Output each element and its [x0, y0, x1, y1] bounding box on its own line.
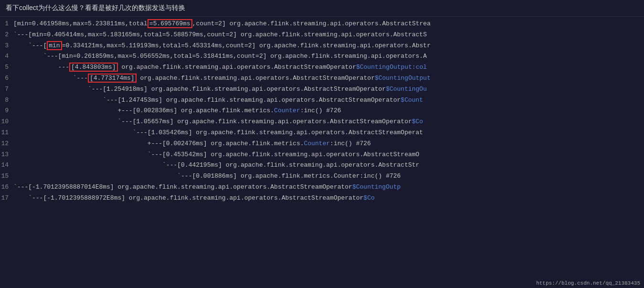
line-content: `---[min=0.334121ms,max=5.119193ms,total… — [13, 41, 644, 51]
table-row: 7 `---[1.254918ms] org.apache.flink.stre… — [0, 84, 644, 95]
line-content: `---[-1.70123958887014E8ms] org.apache.f… — [13, 182, 644, 192]
line-content: `---[1.247453ms] org.apache.flink.stream… — [13, 96, 644, 106]
table-row: 15 `---[0.001886ms] org.apache.flink.met… — [0, 171, 644, 182]
line-content: [min=0.461958ms,max=5.233811ms,total=5.6… — [13, 19, 644, 29]
line-content: `---[0.001886ms] org.apache.flink.metric… — [13, 171, 644, 181]
line-number: 17 — [0, 193, 13, 203]
table-row: 3 `---[min=0.334121ms,max=5.119193ms,tot… — [0, 41, 644, 52]
url-text: https://blog.csdn.net/qq_21383435 — [536, 280, 640, 286]
line-content: `---[4.773174ms] org.apache.flink.stream… — [13, 74, 644, 84]
table-row: 17 `---[-1.7012395888972E8ms] org.apache… — [0, 193, 644, 204]
line-number: 3 — [0, 41, 13, 51]
line-number: 7 — [0, 85, 13, 95]
table-row: 6 `---[4.773174ms] org.apache.flink.stre… — [0, 73, 644, 84]
line-number: 13 — [0, 150, 13, 160]
line-number: 2 — [0, 30, 13, 40]
line-number: 15 — [0, 171, 13, 181]
table-row: 16 `---[-1.70123958887014E8ms] org.apach… — [0, 182, 644, 193]
line-content: +---[0.002836ms] org.apache.flink.metric… — [13, 106, 644, 116]
header-text: 看下collect为什么这么慢？看看是被好几次的数据发送与转换 — [6, 4, 185, 11]
line-content: `---[1.254918ms] org.apache.flink.stream… — [13, 85, 644, 95]
line-content: `---[min=0.405414ms,max=5.183165ms,total… — [13, 30, 644, 40]
table-row: 2 `---[min=0.405414ms,max=5.183165ms,tot… — [0, 30, 644, 41]
table-row: 4 `---[min=0.261859ms,max=5.056552ms,tot… — [0, 51, 644, 62]
line-number: 14 — [0, 160, 13, 171]
table-row: 8 `---[1.247453ms] org.apache.flink.stre… — [0, 95, 644, 106]
table-row: 5 ---[4.843803ms] org.apache.flink.strea… — [0, 62, 644, 73]
line-number: 12 — [0, 139, 13, 149]
line-number: 9 — [0, 106, 13, 116]
line-content: `---[-1.7012395888972E8ms] org.apache.fl… — [13, 193, 644, 203]
url-bar: https://blog.csdn.net/qq_21383435 — [536, 280, 640, 286]
table-row: 1 [min=0.461958ms,max=5.233811ms,total=5… — [0, 19, 644, 30]
header: 看下collect为什么这么慢？看看是被好几次的数据发送与转换 — [0, 0, 644, 17]
code-area: 1 [min=0.461958ms,max=5.233811ms,total=5… — [0, 17, 644, 206]
line-content: ---[4.843803ms] org.apache.flink.streami… — [13, 63, 644, 73]
line-number: 6 — [0, 74, 13, 84]
line-content: +---[0.002476ms] org.apache.flink.metric… — [13, 139, 644, 149]
line-content: `---[0.442195ms] org.apache.flink.stream… — [13, 160, 644, 171]
table-row: 12 +---[0.002476ms] org.apache.flink.met… — [0, 139, 644, 149]
table-row: 9 +---[0.002836ms] org.apache.flink.metr… — [0, 106, 644, 117]
line-number: 11 — [0, 128, 13, 138]
line-content: `---[0.453542ms] org.apache.flink.stream… — [13, 150, 644, 160]
line-number: 1 — [0, 19, 13, 29]
line-content: `---[1.05657ms] org.apache.flink.streami… — [13, 117, 644, 127]
line-number: 16 — [0, 182, 13, 192]
table-row: 11 `---[1.035426ms] org.apache.flink.str… — [0, 128, 644, 139]
table-row: 10 `---[1.05657ms] org.apache.flink.stre… — [0, 117, 644, 128]
line-content: `---[min=0.261859ms,max=5.056552ms,total… — [13, 52, 644, 62]
line-content: `---[1.035426ms] org.apache.flink.stream… — [13, 128, 644, 138]
line-number: 10 — [0, 117, 13, 127]
line-number: 5 — [0, 63, 13, 73]
table-row: 13 `---[0.453542ms] org.apache.flink.str… — [0, 149, 644, 160]
line-number: 4 — [0, 52, 13, 62]
line-number: 8 — [0, 96, 13, 106]
table-row: 14 `---[0.442195ms] org.apache.flink.str… — [0, 160, 644, 171]
